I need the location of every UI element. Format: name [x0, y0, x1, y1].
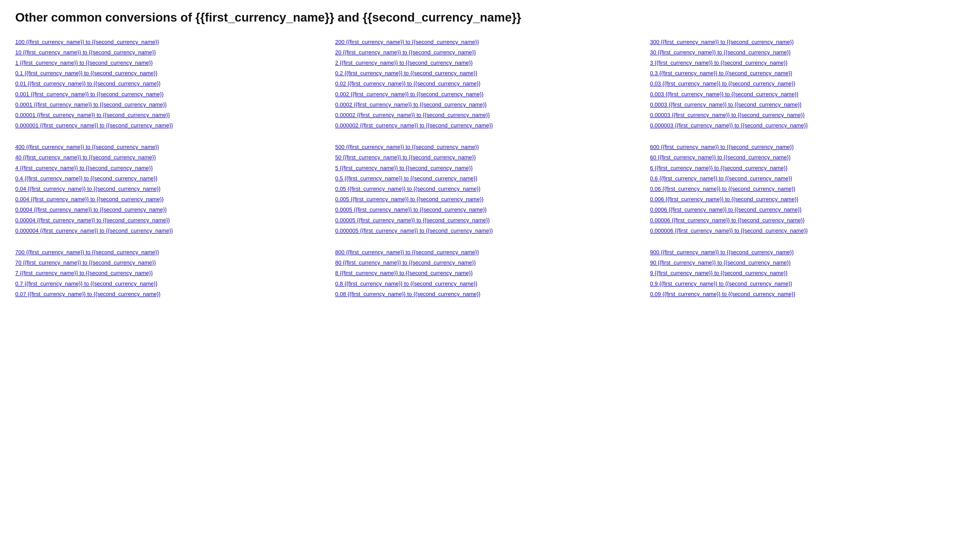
conversion-link[interactable]: 0.1 {{first_currency_name}} to {{second_… [15, 69, 325, 78]
conversion-link[interactable]: 3 {{first_currency_name}} to {{second_cu… [650, 58, 960, 67]
conversion-link[interactable]: 0.07 {{first_currency_name}} to {{second… [15, 290, 325, 298]
conversion-link[interactable]: 8 {{first_currency_name}} to {{second_cu… [335, 268, 640, 277]
page-title: Other common conversions of {{first_curr… [15, 10, 960, 25]
conversion-link[interactable]: 0.05 {{first_currency_name}} to {{second… [335, 184, 640, 193]
conversion-link[interactable]: 800 {{first_currency_name}} to {{second_… [335, 248, 640, 257]
conversions-grid: 100 {{first_currency_name}} to {{second_… [15, 38, 960, 311]
conversion-link[interactable]: 6 {{first_currency_name}} to {{second_cu… [650, 163, 960, 172]
link-group-g5: 500 {{first_currency_name}} to {{second_… [335, 143, 640, 235]
conversion-link[interactable]: 700 {{first_currency_name}} to {{second_… [15, 248, 325, 257]
conversion-link[interactable]: 0.0003 {{first_currency_name}} to {{seco… [650, 100, 960, 109]
link-group-g8: 800 {{first_currency_name}} to {{second_… [335, 248, 640, 298]
conversion-link[interactable]: 0.7 {{first_currency_name}} to {{second_… [15, 279, 325, 288]
conversion-link[interactable]: 0.004 {{first_currency_name}} to {{secon… [15, 195, 325, 204]
conversion-link[interactable]: 50 {{first_currency_name}} to {{second_c… [335, 153, 640, 162]
conversion-link[interactable]: 70 {{first_currency_name}} to {{second_c… [15, 258, 325, 267]
conversion-link[interactable]: 0.0004 {{first_currency_name}} to {{seco… [15, 205, 325, 214]
conversion-link[interactable]: 0.000004 {{first_currency_name}} to {{se… [15, 226, 325, 235]
link-group-g2: 200 {{first_currency_name}} to {{second_… [335, 38, 640, 130]
conversion-link[interactable]: 0.9 {{first_currency_name}} to {{second_… [650, 279, 960, 288]
conversion-link[interactable]: 0.0006 {{first_currency_name}} to {{seco… [650, 205, 960, 214]
conversion-link[interactable]: 400 {{first_currency_name}} to {{second_… [15, 143, 325, 152]
conversion-link[interactable]: 0.000002 {{first_currency_name}} to {{se… [335, 121, 640, 130]
conversion-link[interactable]: 0.001 {{first_currency_name}} to {{secon… [15, 90, 325, 99]
conversion-link[interactable]: 0.000006 {{first_currency_name}} to {{se… [650, 226, 960, 235]
conversion-link[interactable]: 0.09 {{first_currency_name}} to {{second… [650, 290, 960, 298]
conversion-link[interactable]: 40 {{first_currency_name}} to {{second_c… [15, 153, 325, 162]
conversion-link[interactable]: 60 {{first_currency_name}} to {{second_c… [650, 153, 960, 162]
column-3: 300 {{first_currency_name}} to {{second_… [645, 38, 960, 311]
conversion-link[interactable]: 0.00002 {{first_currency_name}} to {{sec… [335, 111, 640, 120]
conversion-link[interactable]: 90 {{first_currency_name}} to {{second_c… [650, 258, 960, 267]
conversion-link[interactable]: 0.005 {{first_currency_name}} to {{secon… [335, 195, 640, 204]
conversion-link[interactable]: 500 {{first_currency_name}} to {{second_… [335, 143, 640, 152]
conversion-link[interactable]: 0.0002 {{first_currency_name}} to {{seco… [335, 100, 640, 109]
conversion-link[interactable]: 0.08 {{first_currency_name}} to {{second… [335, 290, 640, 298]
conversion-link[interactable]: 300 {{first_currency_name}} to {{second_… [650, 38, 960, 47]
conversion-link[interactable]: 1 {{first_currency_name}} to {{second_cu… [15, 58, 325, 67]
link-group-g3: 300 {{first_currency_name}} to {{second_… [650, 38, 960, 130]
conversion-link[interactable]: 200 {{first_currency_name}} to {{second_… [335, 38, 640, 47]
conversion-link[interactable]: 0.06 {{first_currency_name}} to {{second… [650, 184, 960, 193]
conversion-link[interactable]: 600 {{first_currency_name}} to {{second_… [650, 143, 960, 152]
conversion-link[interactable]: 0.00001 {{first_currency_name}} to {{sec… [15, 111, 325, 120]
conversion-link[interactable]: 0.02 {{first_currency_name}} to {{second… [335, 79, 640, 88]
conversion-link[interactable]: 20 {{first_currency_name}} to {{second_c… [335, 48, 640, 57]
conversion-link[interactable]: 0.002 {{first_currency_name}} to {{secon… [335, 90, 640, 99]
link-group-g4: 400 {{first_currency_name}} to {{second_… [15, 143, 325, 235]
conversion-link[interactable]: 2 {{first_currency_name}} to {{second_cu… [335, 58, 640, 67]
conversion-link[interactable]: 80 {{first_currency_name}} to {{second_c… [335, 258, 640, 267]
conversion-link[interactable]: 0.4 {{first_currency_name}} to {{second_… [15, 174, 325, 183]
conversion-link[interactable]: 0.00005 {{first_currency_name}} to {{sec… [335, 216, 640, 225]
conversion-link[interactable]: 0.0005 {{first_currency_name}} to {{seco… [335, 205, 640, 214]
conversion-link[interactable]: 0.3 {{first_currency_name}} to {{second_… [650, 69, 960, 78]
conversion-link[interactable]: 30 {{first_currency_name}} to {{second_c… [650, 48, 960, 57]
conversion-link[interactable]: 7 {{first_currency_name}} to {{second_cu… [15, 268, 325, 277]
conversion-link[interactable]: 0.00003 {{first_currency_name}} to {{sec… [650, 111, 960, 120]
conversion-link[interactable]: 900 {{first_currency_name}} to {{second_… [650, 248, 960, 257]
conversion-link[interactable]: 0.01 {{first_currency_name}} to {{second… [15, 79, 325, 88]
conversion-link[interactable]: 5 {{first_currency_name}} to {{second_cu… [335, 163, 640, 172]
conversion-link[interactable]: 0.8 {{first_currency_name}} to {{second_… [335, 279, 640, 288]
conversion-link[interactable]: 9 {{first_currency_name}} to {{second_cu… [650, 268, 960, 277]
conversion-link[interactable]: 0.04 {{first_currency_name}} to {{second… [15, 184, 325, 193]
conversion-link[interactable]: 0.0001 {{first_currency_name}} to {{seco… [15, 100, 325, 109]
conversion-link[interactable]: 10 {{first_currency_name}} to {{second_c… [15, 48, 325, 57]
conversion-link[interactable]: 4 {{first_currency_name}} to {{second_cu… [15, 163, 325, 172]
column-1: 100 {{first_currency_name}} to {{second_… [15, 38, 330, 311]
column-2: 200 {{first_currency_name}} to {{second_… [330, 38, 645, 311]
conversion-link[interactable]: 100 {{first_currency_name}} to {{second_… [15, 38, 325, 47]
conversion-link[interactable]: 0.00006 {{first_currency_name}} to {{sec… [650, 216, 960, 225]
conversion-link[interactable]: 0.5 {{first_currency_name}} to {{second_… [335, 174, 640, 183]
link-group-g1: 100 {{first_currency_name}} to {{second_… [15, 38, 325, 130]
conversion-link[interactable]: 0.2 {{first_currency_name}} to {{second_… [335, 69, 640, 78]
conversion-link[interactable]: 0.03 {{first_currency_name}} to {{second… [650, 79, 960, 88]
link-group-g6: 600 {{first_currency_name}} to {{second_… [650, 143, 960, 235]
link-group-g7: 700 {{first_currency_name}} to {{second_… [15, 248, 325, 298]
link-group-g9: 900 {{first_currency_name}} to {{second_… [650, 248, 960, 298]
conversion-link[interactable]: 0.00004 {{first_currency_name}} to {{sec… [15, 216, 325, 225]
conversion-link[interactable]: 0.006 {{first_currency_name}} to {{secon… [650, 195, 960, 204]
conversion-link[interactable]: 0.6 {{first_currency_name}} to {{second_… [650, 174, 960, 183]
conversion-link[interactable]: 0.003 {{first_currency_name}} to {{secon… [650, 90, 960, 99]
conversion-link[interactable]: 0.000005 {{first_currency_name}} to {{se… [335, 226, 640, 235]
conversion-link[interactable]: 0.000001 {{first_currency_name}} to {{se… [15, 121, 325, 130]
conversion-link[interactable]: 0.000003 {{first_currency_name}} to {{se… [650, 121, 960, 130]
